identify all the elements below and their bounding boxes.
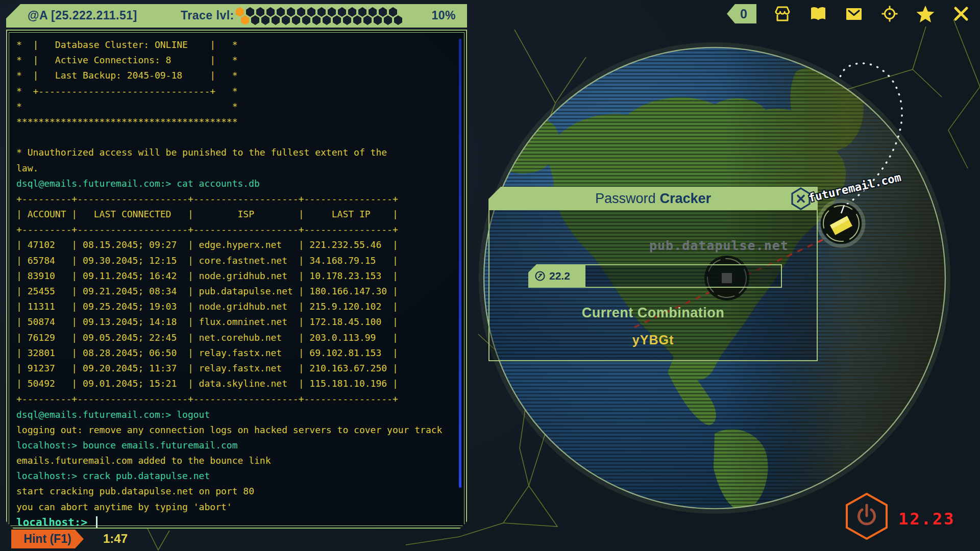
terminal-output: * | Database Cluster: ONLINE | ** | Acti… xyxy=(7,31,466,530)
terminal-line: | 11311 | 09.25.2045; 19:03 | node.gridh… xyxy=(16,299,458,314)
trace-hex-cell xyxy=(323,15,331,25)
trace-hex-cell xyxy=(363,15,372,25)
shop-icon[interactable] xyxy=(773,4,792,23)
terminal-line: | 47102 | 08.15.2045; 09:27 | edge.hyper… xyxy=(16,237,458,253)
terminal-window: @A [25.222.211.51] Trace lvl: 10% * | Da… xyxy=(6,4,467,529)
terminal-host: @A [25.222.211.51] xyxy=(28,9,137,22)
terminal-line: +---------+--------------------+--------… xyxy=(16,391,458,407)
terminal-line: * +-------------------------------+ * xyxy=(16,84,458,99)
current-combination-label: Current Combination xyxy=(489,305,817,321)
terminal-line: localhost:> bounce emails.futuremail.com xyxy=(16,438,458,453)
terminal-header: @A [25.222.211.51] Trace lvl: 10% xyxy=(6,4,467,28)
countdown-timer: 1:47 xyxy=(103,532,128,546)
trace-hex-cell xyxy=(241,15,249,25)
hint-button[interactable]: Hint (F1) xyxy=(11,530,84,548)
trace-hex-cell xyxy=(302,15,310,25)
crosshair-icon[interactable] xyxy=(880,4,899,23)
trace-hex-cell xyxy=(261,15,270,25)
terminal-line: | 25455 | 09.21.2045; 08:34 | pub.datapu… xyxy=(16,284,458,299)
trace-hex-cell xyxy=(282,15,290,25)
terminal-line: * | Database Cluster: ONLINE | * xyxy=(16,37,458,53)
terminal-body[interactable]: * | Database Cluster: ONLINE | ** | Acti… xyxy=(6,30,467,529)
trace-hex-cell xyxy=(343,15,351,25)
close-icon[interactable] xyxy=(951,4,971,23)
terminal-line: | ACCOUNT | LAST CONNECTED | ISP | LAST … xyxy=(16,207,458,222)
dialog-title-regular: Password xyxy=(595,191,656,206)
close-x-icon xyxy=(798,196,804,202)
trace-hex-cell xyxy=(384,15,392,25)
terminal-line: localhost:> crack pub.datapulse.net xyxy=(16,468,458,484)
terminal-line: | 50874 | 09.13.2045; 14:18 | flux.omnin… xyxy=(16,314,458,330)
terminal-line: | 32801 | 08.28.2045; 06:50 | relay.fast… xyxy=(16,345,458,361)
terminal-line: | 91237 | 09.20.2045; 11:37 | relay.fast… xyxy=(16,361,458,376)
crack-progress-bar: 22.2 xyxy=(528,264,782,288)
terminal-line: law. xyxy=(16,161,458,176)
terminal-line xyxy=(16,130,458,145)
terminal-line: +---------+--------------------+--------… xyxy=(16,191,458,207)
terminal-line: * | Active Connections: 8 | * xyxy=(16,53,458,68)
book-icon[interactable] xyxy=(808,4,828,23)
terminal-line: * Unauthorized access will be punished t… xyxy=(16,145,458,160)
top-hud-bar: 0 xyxy=(727,4,971,23)
power-button[interactable] xyxy=(844,492,889,541)
trace-level-label: Trace lvl: xyxy=(181,9,234,22)
password-cracker-dialog: PasswordCracker 22.2 Current Combi xyxy=(488,187,818,362)
trace-hex-cell xyxy=(312,15,321,25)
terminal-line: you can abort anytime by typing 'abort' xyxy=(16,499,458,515)
current-combination-value: yYBGt xyxy=(489,333,817,347)
dialog-title: PasswordCracker xyxy=(488,191,818,207)
dialog-title-bold: Cracker xyxy=(659,191,711,206)
trace-hex-cell xyxy=(353,15,361,25)
dialog-header[interactable]: PasswordCracker xyxy=(488,187,818,210)
terminal-line: * | Last Backup: 2045-09-18 | * xyxy=(16,68,458,83)
terminal-cursor[interactable] xyxy=(96,516,97,528)
trace-hex-cell xyxy=(333,15,341,25)
credits-count: 0 xyxy=(740,7,747,21)
terminal-line: | 76129 | 09.05.2045; 22:45 | net.corehu… xyxy=(16,330,458,345)
hint-button-label: Hint (F1) xyxy=(23,532,71,546)
terminal-scrollbar[interactable] xyxy=(459,39,461,488)
trace-hex-cell xyxy=(272,15,280,25)
dialog-body: 22.2 Current Combination yYBGt xyxy=(488,210,818,361)
crack-progress-fill: 22.2 xyxy=(529,265,585,287)
dialog-close-button[interactable] xyxy=(790,187,812,210)
terminal-line: +---------+--------------------+--------… xyxy=(16,222,458,237)
terminal-line: | 65784 | 09.30.2045; 12:15 | core.fastn… xyxy=(16,253,458,268)
game-screen: pub.datapulse.net @A [25.222.211.51] Tra… xyxy=(0,0,980,551)
node-futuremail[interactable] xyxy=(819,201,864,246)
trace-hex-cell xyxy=(374,15,382,25)
trace-hex-cell xyxy=(251,15,259,25)
terminal-line: | 50492 | 09.01.2045; 15:21 | data.skyli… xyxy=(16,376,458,391)
star-icon[interactable] xyxy=(916,4,935,23)
terminal-line: emails.futuremail.com added to the bounc… xyxy=(16,453,458,468)
progress-clock-icon xyxy=(534,270,546,282)
trace-percent: 10% xyxy=(431,9,456,22)
trace-hex-cell xyxy=(394,15,402,25)
crack-progress-value: 22.2 xyxy=(549,270,570,282)
terminal-line: localhost:> xyxy=(16,515,458,530)
trace-hex-row-bottom xyxy=(241,15,404,25)
terminal-line: **************************************** xyxy=(16,114,458,130)
terminal-line: dsql@emails.futuremail.com:> logout xyxy=(16,407,458,422)
terminal-line: logging out: remove any connection logs … xyxy=(16,422,458,438)
terminal-line: start cracking pub.datapulse.net on port… xyxy=(16,484,458,499)
credits-tag-badge[interactable]: 0 xyxy=(727,4,756,23)
mail-icon[interactable] xyxy=(844,4,864,23)
game-clock: 12.23 xyxy=(898,509,955,529)
terminal-line: * * xyxy=(16,99,458,114)
terminal-line: dsql@emails.futuremail.com:> cat account… xyxy=(16,176,458,191)
trace-level-meter xyxy=(236,6,412,27)
terminal-line: | 83910 | 09.11.2045; 16:42 | node.gridh… xyxy=(16,268,458,284)
trace-hex-cell xyxy=(292,15,300,25)
